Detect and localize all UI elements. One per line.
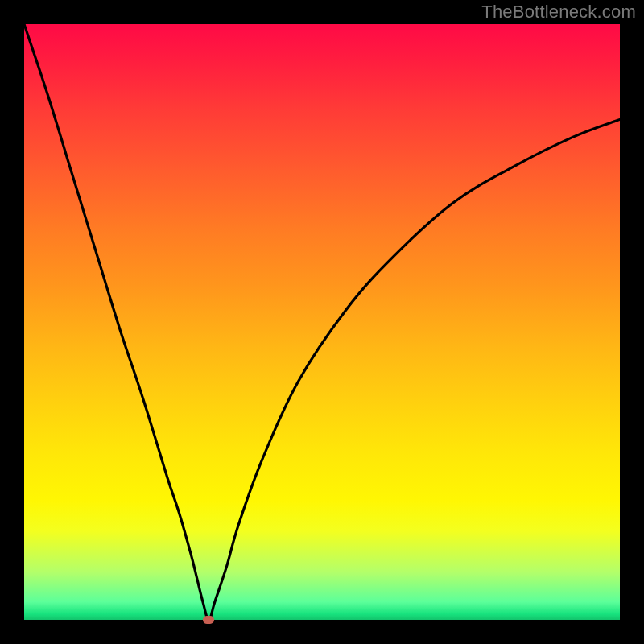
- bottleneck-curve: [24, 24, 620, 620]
- optimum-marker: [203, 616, 214, 624]
- watermark-text: TheBottleneck.com: [481, 2, 636, 23]
- chart-frame: TheBottleneck.com: [0, 0, 644, 644]
- curve-svg: [24, 24, 620, 620]
- plot-area: [24, 24, 620, 620]
